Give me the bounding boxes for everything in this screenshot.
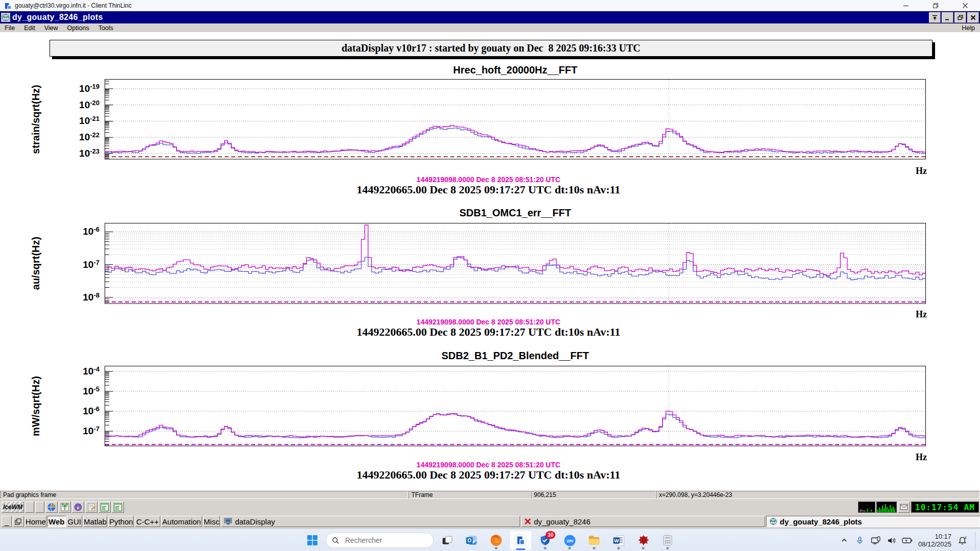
- icewm-blank-button[interactable]: [25, 502, 34, 513]
- icewm-taskbar: _HomeWebGUIMatlabPythonC-C++AutomationMi…: [0, 514, 980, 529]
- launcher-web-browser-icon[interactable]: [45, 502, 58, 513]
- taskbar-app-files-icon[interactable]: [583, 530, 605, 550]
- taskbar-app-taskview-icon[interactable]: [436, 530, 458, 550]
- tray-battery-icon[interactable]: [902, 535, 913, 545]
- workspace-tab-c-c++[interactable]: C-C++: [135, 516, 160, 527]
- restore-button[interactable]: [921, 0, 950, 11]
- menubar: FileEditViewOptionsTools Help: [0, 23, 980, 33]
- search-box[interactable]: [326, 533, 434, 548]
- menu-help[interactable]: Help: [957, 23, 980, 32]
- running-indicator: [495, 547, 498, 549]
- launcher-text-editor-icon[interactable]: [85, 502, 97, 513]
- workspace-tab-misc[interactable]: Misc: [203, 516, 220, 527]
- text-editor-icon: [87, 503, 96, 512]
- start-button[interactable]: [301, 530, 324, 550]
- y-tick-label: 10-19: [57, 82, 100, 93]
- thinlinc-logo-icon: [4, 2, 12, 10]
- web-browser-icon: [47, 503, 56, 512]
- close-button[interactable]: [967, 12, 979, 23]
- menu-item-options[interactable]: Options: [63, 23, 94, 32]
- search-input[interactable]: [344, 536, 423, 545]
- menu-item-file[interactable]: File: [0, 23, 19, 32]
- workspace-tab-automation[interactable]: Automation: [161, 516, 202, 527]
- menu-item-tools[interactable]: Tools: [94, 23, 118, 32]
- workspace-tab-gui[interactable]: GUI: [67, 516, 82, 527]
- x-axis-label: Hz: [898, 166, 927, 177]
- rollup-button[interactable]: [929, 12, 941, 23]
- tray-time: 10:17: [918, 533, 951, 540]
- task-button-dy_gouaty_8246_plots[interactable]: dy_gouaty_8246_plots: [766, 516, 980, 527]
- tray-date: 08/12/2025: [918, 540, 951, 548]
- svg-text:ε: ε: [77, 504, 80, 510]
- menu-item-edit[interactable]: Edit: [19, 23, 40, 32]
- menu-item-view[interactable]: View: [40, 23, 63, 32]
- running-indicator: [642, 547, 645, 549]
- launcher-gimp-icon[interactable]: [59, 502, 71, 513]
- taskbar-app-thinlinc-icon[interactable]: [509, 530, 532, 550]
- show-desktop-edge[interactable]: [975, 532, 977, 549]
- running-indicator: [569, 547, 571, 549]
- minimize-button[interactable]: [891, 0, 921, 11]
- mail-icon: [900, 504, 908, 510]
- minimize-button[interactable]: [942, 12, 953, 23]
- tray-speaker-icon[interactable]: [887, 535, 897, 545]
- y-tick-label: 10-6: [57, 405, 100, 416]
- tray-chevron-up-icon[interactable]: [839, 535, 849, 545]
- plot-pad-1[interactable]: [105, 79, 926, 160]
- taskbar-app-outlook-icon[interactable]: O: [460, 530, 483, 550]
- gps-timestamp: 1449219098.0000 Dec 8 2025 08:51:20 UTC: [0, 176, 977, 184]
- firefox-icon: [489, 534, 503, 547]
- plot-pad-2[interactable]: [105, 223, 926, 304]
- svg-text:W: W: [614, 538, 619, 543]
- emacs-icon: ε: [74, 503, 83, 512]
- red-x-icon: [524, 518, 531, 525]
- window-list-button[interactable]: [13, 516, 24, 527]
- tray-display-icon[interactable]: [871, 535, 881, 545]
- icewm-clock: 10:17:54 AM: [911, 502, 979, 513]
- taskbar-app-firefox-icon[interactable]: [485, 530, 507, 550]
- restore-button[interactable]: [954, 12, 966, 23]
- app-title: dy_gouaty_8246_plots: [12, 13, 103, 22]
- microphone-icon: [855, 536, 864, 545]
- y-tick-label: 10-22: [57, 131, 100, 142]
- taskbar-app-zoom-icon[interactable]: zm: [558, 530, 581, 550]
- workspace-tab-home[interactable]: Home: [25, 516, 46, 527]
- y-tick-label: 10-5: [57, 385, 100, 396]
- workspace-tab-matlab[interactable]: Matlab: [83, 516, 108, 527]
- tray-clock[interactable]: 10:1708/12/2025: [918, 533, 951, 548]
- taskbar-app-defender-icon[interactable]: 10: [534, 530, 556, 550]
- utc-timestamp: 1449220665.00 Dec 8 2025 09:17:27 UTC dt…: [0, 468, 977, 482]
- y-tick-label: 10-20: [57, 98, 100, 110]
- taskbar-app-keepass-icon[interactable]: [632, 530, 654, 550]
- task-button-dataDisplay[interactable]: dataDisplay: [221, 516, 520, 527]
- close-button[interactable]: [950, 0, 980, 11]
- thinlinc-title: gouaty@ctrl30.virgo.infn.it - Client Thi…: [15, 2, 132, 9]
- active-indicator: [516, 548, 525, 550]
- files-icon: [587, 534, 601, 547]
- taskbar-app-word-icon[interactable]: W: [607, 530, 630, 550]
- taskview-icon: [441, 534, 454, 547]
- running-indicator: [618, 547, 620, 549]
- gps-timestamp: 1449219098.0000 Dec 8 2025 08:51:20 UTC: [0, 318, 977, 326]
- speaker-icon: [887, 536, 896, 545]
- show-desktop-button[interactable]: _: [2, 516, 12, 527]
- plot-pad-3[interactable]: [105, 366, 926, 446]
- launcher-emacs-icon[interactable]: ε: [72, 502, 84, 513]
- launcher-terminal-icon[interactable]: [112, 502, 124, 513]
- icewm-blank-button[interactable]: [35, 502, 44, 513]
- workspace-tab-python[interactable]: Python: [108, 516, 134, 527]
- tray-microphone-icon[interactable]: [855, 535, 865, 545]
- icewm-menu-button[interactable]: IceWM: [2, 502, 24, 513]
- cpu-monitor-icon: [876, 502, 897, 513]
- launcher-terminal-icon[interactable]: [99, 502, 111, 513]
- task-button-label: dy_gouaty_8246: [534, 517, 591, 526]
- workspace-tab-web[interactable]: Web: [47, 516, 66, 527]
- root-status-bar: Pad graphics frameTFrame906,215x=290.098…: [0, 491, 980, 500]
- task-button-dy_gouaty_8246[interactable]: dy_gouaty_8246: [521, 516, 765, 527]
- tray-bell-icon[interactable]: z: [957, 535, 967, 545]
- taskbar-app-calculator-icon[interactable]: [656, 530, 679, 550]
- mailbox-button[interactable]: [898, 502, 910, 513]
- thinlinc-window: gouaty@ctrl30.virgo.infn.it - Client Thi…: [0, 0, 980, 551]
- svg-text:zm: zm: [566, 538, 573, 543]
- y-tick-label: 10-21: [57, 114, 100, 126]
